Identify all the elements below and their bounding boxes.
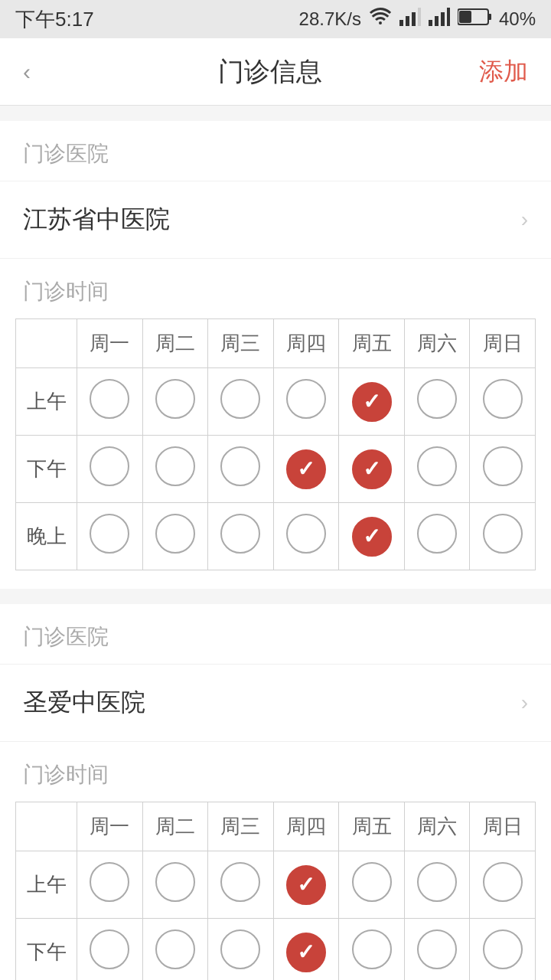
unchecked-circle[interactable] — [220, 379, 260, 419]
cell-1-0-5[interactable] — [404, 851, 470, 919]
cell-0-2-2[interactable] — [208, 503, 274, 570]
hospital-row-1[interactable]: 江苏省中医院› — [0, 181, 551, 259]
unchecked-circle[interactable] — [483, 862, 523, 902]
cell-0-1-0[interactable] — [77, 436, 143, 503]
unchecked-circle[interactable] — [483, 379, 523, 419]
unchecked-circle[interactable] — [220, 514, 260, 554]
cell-0-1-2[interactable] — [208, 436, 274, 503]
cell-1-0-4[interactable] — [339, 851, 405, 919]
back-button[interactable]: ‹ — [23, 59, 61, 85]
checked-circle[interactable] — [352, 382, 392, 422]
checked-circle[interactable] — [286, 933, 326, 972]
battery-icon — [458, 8, 491, 30]
unchecked-circle[interactable] — [155, 514, 195, 554]
hospital-arrow-2: › — [521, 691, 528, 715]
signal2-icon — [429, 8, 450, 31]
wifi-icon — [369, 8, 392, 31]
cell-0-0-0[interactable] — [77, 368, 143, 436]
status-time: 下午5:17 — [15, 6, 94, 33]
cell-1-1-0[interactable] — [77, 919, 143, 981]
cell-1-0-1[interactable] — [142, 851, 208, 919]
svg-rect-9 — [488, 14, 491, 20]
cell-0-1-1[interactable] — [142, 436, 208, 503]
unchecked-circle[interactable] — [155, 929, 195, 969]
section-1: 门诊医院江苏省中医院›门诊时间周一周二周三周四周五周六周日上午下午晚上 — [0, 121, 551, 589]
cell-0-2-0[interactable] — [77, 503, 143, 570]
cell-0-1-3[interactable] — [273, 436, 339, 503]
unchecked-circle[interactable] — [417, 929, 457, 969]
unchecked-circle[interactable] — [90, 379, 129, 419]
cell-0-1-5[interactable] — [404, 436, 470, 503]
row-label-0-0: 上午 — [16, 368, 77, 436]
unchecked-circle[interactable] — [286, 514, 326, 554]
unchecked-circle[interactable] — [417, 379, 457, 419]
add-button[interactable]: 添加 — [479, 55, 528, 89]
signal-icon — [399, 8, 421, 31]
cell-0-0-6[interactable] — [470, 368, 536, 436]
cell-0-0-1[interactable] — [142, 368, 208, 436]
cell-1-1-6[interactable] — [470, 919, 536, 981]
unchecked-circle[interactable] — [155, 446, 195, 486]
checked-circle[interactable] — [286, 449, 326, 489]
battery-percent: 40% — [499, 8, 536, 30]
cell-0-2-3[interactable] — [273, 503, 339, 570]
schedule-wrapper-2: 周一周二周三周四周五周六周日上午下午晚上 — [0, 802, 551, 980]
day-header-5: 周六 — [404, 802, 470, 851]
checked-circle[interactable] — [352, 449, 392, 489]
cell-1-1-4[interactable] — [339, 919, 405, 981]
cell-1-0-6[interactable] — [470, 851, 536, 919]
cell-1-1-3[interactable] — [273, 919, 339, 981]
unchecked-circle[interactable] — [417, 862, 457, 902]
hospital-arrow-1: › — [521, 207, 528, 232]
cell-0-0-2[interactable] — [208, 368, 274, 436]
time-label-2: 门诊时间 — [0, 742, 551, 802]
time-label-1: 门诊时间 — [0, 259, 551, 318]
hospital-name-2: 圣爱中医院 — [23, 686, 145, 720]
cell-1-0-2[interactable] — [208, 851, 274, 919]
unchecked-circle[interactable] — [155, 379, 195, 419]
unchecked-circle[interactable] — [352, 929, 392, 969]
checked-circle[interactable] — [286, 865, 326, 905]
cell-1-0-3[interactable] — [273, 851, 339, 919]
cell-0-2-1[interactable] — [142, 503, 208, 570]
hospital-row-2[interactable]: 圣爱中医院› — [0, 665, 551, 742]
day-header-4: 周五 — [339, 802, 405, 851]
unchecked-circle[interactable] — [90, 929, 129, 969]
row-label-0-1: 下午 — [16, 436, 77, 503]
unchecked-circle[interactable] — [155, 862, 195, 902]
checked-circle[interactable] — [352, 517, 392, 557]
cell-0-2-5[interactable] — [404, 503, 470, 570]
unchecked-circle[interactable] — [352, 862, 392, 902]
cell-1-1-1[interactable] — [142, 919, 208, 981]
unchecked-circle[interactable] — [90, 514, 129, 554]
cell-0-1-4[interactable] — [339, 436, 405, 503]
cell-1-1-5[interactable] — [404, 919, 470, 981]
cell-0-2-4[interactable] — [339, 503, 405, 570]
unchecked-circle[interactable] — [90, 862, 129, 902]
page-title: 门诊信息 — [218, 54, 322, 90]
unchecked-circle[interactable] — [483, 446, 523, 486]
cell-0-0-5[interactable] — [404, 368, 470, 436]
unchecked-circle[interactable] — [220, 862, 260, 902]
unchecked-circle[interactable] — [220, 446, 260, 486]
cell-0-2-6[interactable] — [470, 503, 536, 570]
cell-0-0-4[interactable] — [339, 368, 405, 436]
cell-0-1-6[interactable] — [470, 436, 536, 503]
unchecked-circle[interactable] — [417, 446, 457, 486]
cell-0-0-3[interactable] — [273, 368, 339, 436]
unchecked-circle[interactable] — [483, 514, 523, 554]
network-speed: 28.7K/s — [299, 8, 361, 30]
empty-header — [16, 802, 77, 851]
svg-rect-2 — [412, 12, 416, 26]
unchecked-circle[interactable] — [483, 929, 523, 969]
day-header-0: 周一 — [77, 319, 143, 368]
svg-rect-0 — [399, 20, 403, 26]
unchecked-circle[interactable] — [417, 514, 457, 554]
unchecked-circle[interactable] — [220, 929, 260, 969]
svg-rect-1 — [406, 16, 409, 26]
cell-1-0-0[interactable] — [77, 851, 143, 919]
unchecked-circle[interactable] — [90, 446, 129, 486]
cell-1-1-2[interactable] — [208, 919, 274, 981]
unchecked-circle[interactable] — [286, 379, 326, 419]
day-header-6: 周日 — [470, 319, 536, 368]
